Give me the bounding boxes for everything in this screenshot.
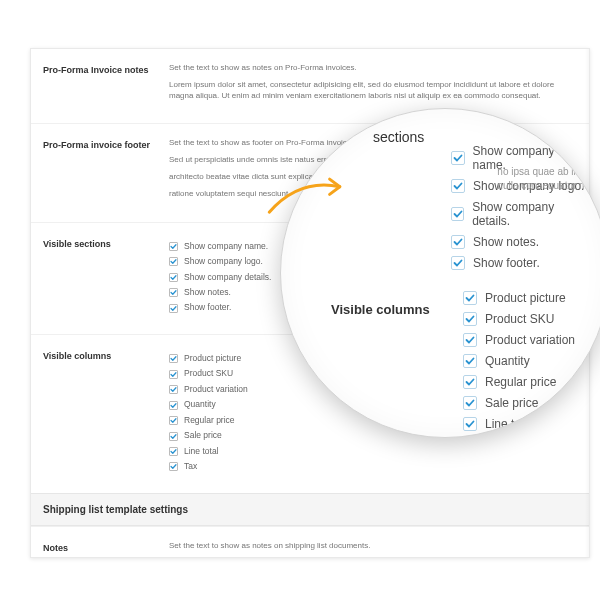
desc-notes-1: Set the text to show as notes on Pro-For… bbox=[169, 63, 577, 74]
checkbox-icon[interactable] bbox=[169, 304, 178, 313]
checkbox-icon[interactable] bbox=[169, 385, 178, 394]
checkbox-icon[interactable] bbox=[463, 354, 477, 368]
checkbox-row[interactable]: Quantity bbox=[463, 354, 575, 368]
checkbox-label: Line total bbox=[184, 446, 219, 457]
checkbox-row[interactable]: Tax bbox=[169, 461, 577, 472]
checkbox-row[interactable]: Show footer. bbox=[451, 256, 587, 270]
content-shipping-notes: Set the text to show as notes on shippin… bbox=[169, 541, 577, 558]
checkbox-icon[interactable] bbox=[169, 401, 178, 410]
checkbox-icon[interactable] bbox=[451, 179, 465, 193]
checkbox-icon[interactable] bbox=[169, 288, 178, 297]
zoom-lens: sections no ipsa quae ab illo invent nul… bbox=[280, 108, 600, 438]
checkbox-icon[interactable] bbox=[451, 256, 465, 270]
checkbox-label: Show company logo. bbox=[184, 256, 263, 267]
checkbox-row[interactable]: Show notes. bbox=[451, 235, 587, 249]
checkbox-label: Product picture bbox=[485, 291, 566, 305]
label-visible-columns: Visible columns bbox=[43, 349, 169, 477]
desc-notes-2: Lorem ipsum dolor sit amet, consectetur … bbox=[169, 80, 577, 102]
checkbox-label: Product picture bbox=[184, 353, 241, 364]
checkbox-label: Product variation bbox=[485, 333, 575, 347]
checkbox-icon[interactable] bbox=[463, 312, 477, 326]
checkbox-label: Tax bbox=[184, 461, 197, 472]
row-shipping-notes: Notes Set the text to show as notes on s… bbox=[31, 526, 589, 558]
checkbox-label: Show company name. bbox=[184, 241, 268, 252]
checkbox-icon[interactable] bbox=[451, 207, 464, 221]
checkbox-label: Sale price bbox=[184, 430, 222, 441]
checkbox-icon[interactable] bbox=[169, 273, 178, 282]
shipping-list-heading: Shipping list template settings bbox=[31, 493, 589, 526]
checkbox-icon[interactable] bbox=[169, 242, 178, 251]
checkbox-label: Quantity bbox=[485, 354, 530, 368]
checkbox-icon[interactable] bbox=[169, 447, 178, 456]
checkbox-row[interactable]: Product picture bbox=[463, 291, 575, 305]
checkbox-label: Product variation bbox=[184, 384, 248, 395]
zoom-visible-columns-label: Visible columns bbox=[331, 302, 441, 317]
checkbox-label: Sale price bbox=[485, 396, 538, 410]
label-proforma-footer: Pro-Forma invoice footer bbox=[43, 138, 169, 205]
checkbox-row[interactable]: Product variation bbox=[463, 333, 575, 347]
checkbox-label: Show footer. bbox=[473, 256, 540, 270]
checkbox-label: Show company details. bbox=[472, 200, 587, 228]
zoom-visible-sections-list: Show company name.Show company logo.Show… bbox=[451, 144, 587, 270]
checkbox-icon[interactable] bbox=[169, 432, 178, 441]
checkbox-icon[interactable] bbox=[451, 235, 465, 249]
checkbox-row[interactable]: Product SKU bbox=[463, 312, 575, 326]
checkbox-icon[interactable] bbox=[169, 354, 178, 363]
checkbox-row[interactable]: Regular price bbox=[463, 375, 575, 389]
checkbox-row[interactable]: Show company details. bbox=[451, 200, 587, 228]
checkbox-label: Quantity bbox=[184, 399, 216, 410]
checkbox-icon[interactable] bbox=[463, 375, 477, 389]
label-proforma-notes: Pro-Forma Invoice notes bbox=[43, 63, 169, 107]
label-visible-sections: Visible sections bbox=[43, 237, 169, 318]
checkbox-icon[interactable] bbox=[451, 151, 465, 165]
checkbox-icon[interactable] bbox=[463, 291, 477, 305]
checkbox-label: Show notes. bbox=[473, 235, 539, 249]
checkbox-label: Product SKU bbox=[485, 312, 554, 326]
checkbox-icon[interactable] bbox=[169, 462, 178, 471]
checkbox-label: Show company details. bbox=[184, 272, 271, 283]
zoom-sections-word: sections bbox=[373, 129, 424, 145]
checkbox-icon[interactable] bbox=[169, 416, 178, 425]
row-proforma-notes: Pro-Forma Invoice notes Set the text to … bbox=[31, 49, 589, 123]
checkbox-icon[interactable] bbox=[463, 333, 477, 347]
checkbox-icon[interactable] bbox=[169, 257, 178, 266]
checkbox-label: Show notes. bbox=[184, 287, 231, 298]
checkbox-icon[interactable] bbox=[463, 417, 477, 431]
desc-ship-2: Lorem ipsum dolor sit amet, consectetur … bbox=[169, 557, 577, 558]
checkbox-label: Regular price bbox=[184, 415, 235, 426]
checkbox-row[interactable]: Sale price bbox=[169, 430, 577, 441]
label-shipping-notes: Notes bbox=[43, 541, 169, 558]
checkbox-icon[interactable] bbox=[169, 370, 178, 379]
checkbox-label: Product SKU bbox=[184, 368, 233, 379]
content-proforma-notes: Set the text to show as notes on Pro-For… bbox=[169, 63, 577, 107]
checkbox-row[interactable]: Line total bbox=[169, 446, 577, 457]
desc-ship-1: Set the text to show as notes on shippin… bbox=[169, 541, 577, 552]
checkbox-label: Regular price bbox=[485, 375, 556, 389]
checkbox-icon[interactable] bbox=[463, 396, 477, 410]
checkbox-label: Show footer. bbox=[184, 302, 231, 313]
